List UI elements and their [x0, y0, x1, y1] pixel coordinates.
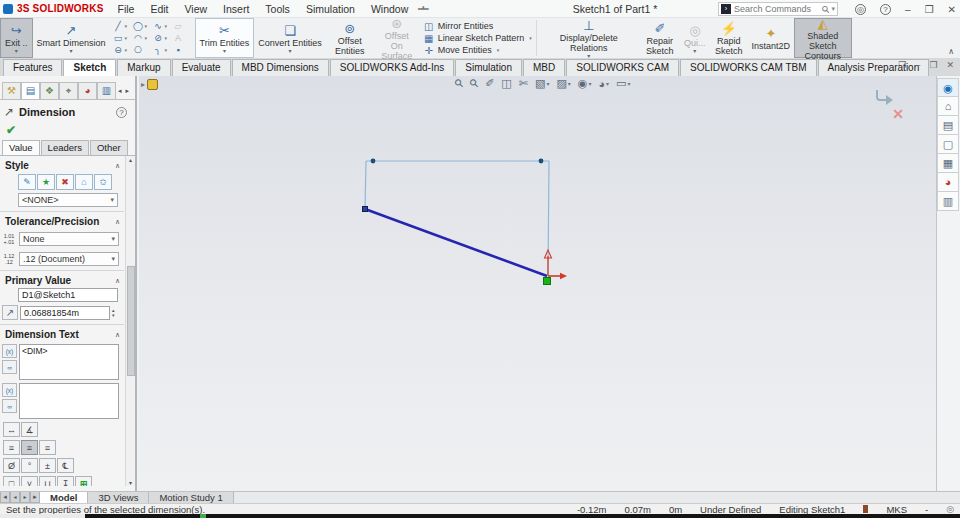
design-library-tab[interactable]: ▤	[937, 116, 959, 135]
tab-mbd[interactable]: MBD	[523, 59, 565, 76]
menu-window[interactable]: Window	[371, 3, 408, 15]
minimize-button[interactable]: –	[905, 4, 911, 15]
dual-link-text-button[interactable]: ∞	[2, 399, 17, 413]
dimension-text-area[interactable]: <DIM>	[19, 344, 119, 380]
ok-checkmark[interactable]: ✔	[0, 121, 135, 140]
move-entities-button[interactable]: ✛ Move Entities ▾	[423, 45, 532, 56]
countersink-symbol-button[interactable]: ˅	[21, 476, 38, 486]
login-icon[interactable]: ◎	[855, 4, 866, 15]
graphics-viewport[interactable]: ▸ ⚲ ⚲ ✐ ◫ ✄ ▧▾ ▨▾ ◉▾ ◕▾ ▭▾ ✕	[139, 76, 936, 491]
last-tab-button[interactable]: ►	[30, 492, 40, 503]
instant2d-button[interactable]: ✦ Instant2D	[748, 18, 794, 58]
degree-symbol-button[interactable]: °	[21, 458, 38, 473]
motion-study-tab[interactable]: Motion Study 1	[149, 492, 233, 503]
save-favorite-button[interactable]: ⌂	[75, 174, 93, 190]
tab-other[interactable]: Other	[90, 140, 128, 155]
spline-tool[interactable]: ∿▾	[153, 21, 172, 31]
dimension-token-button[interactable]: (x)	[2, 344, 17, 358]
angle-dimension-button[interactable]: ∡	[21, 422, 38, 437]
ellipse-tool[interactable]: ⊘▾	[153, 33, 172, 43]
justify-center-button[interactable]: ≡	[21, 440, 38, 455]
solidworks-resources-tab[interactable]: ⌂	[937, 97, 959, 116]
slot-tool[interactable]: ⊖▾	[113, 45, 132, 55]
menu-edit[interactable]: Edit	[150, 3, 168, 15]
dimxpert-manager-tab[interactable]: ⌖	[59, 82, 78, 99]
trim-entities-button[interactable]: ✂ Trim Entities ▾	[195, 18, 255, 58]
doc-close-icon[interactable]: ✕	[946, 60, 954, 70]
counterbore-symbol-button[interactable]: ⊔	[39, 476, 56, 486]
help-icon[interactable]: ?	[880, 4, 891, 15]
witness-line-button[interactable]: ↔	[3, 422, 20, 437]
doc-restore-icon[interactable]: ❐	[929, 60, 937, 70]
tab-value[interactable]: Value	[2, 140, 40, 155]
tab-scroll-left-icon[interactable]: ◂	[118, 87, 122, 95]
point-tool[interactable]: ▪	[173, 45, 192, 55]
delete-favorite-button[interactable]: ✖	[56, 174, 74, 190]
menu-insert[interactable]: Insert	[223, 3, 249, 15]
display-manager-tab[interactable]: ◕	[78, 82, 97, 99]
scroll-up-icon[interactable]: ▴	[129, 156, 132, 163]
search-commands-box[interactable]: › ⚲ ▾	[718, 2, 838, 16]
rectangle-tool[interactable]: ▭▾	[113, 33, 132, 43]
style-dropdown[interactable]: <NONE>▾	[18, 193, 118, 207]
next-tab-button[interactable]: ▸	[20, 492, 30, 503]
offset-entities-button[interactable]: ⊚ Offset Entities	[326, 18, 374, 58]
menu-view[interactable]: View	[185, 3, 208, 15]
more-symbols-button[interactable]: ⊞	[75, 476, 92, 486]
justify-right-button[interactable]: ≡	[39, 440, 56, 455]
status-globe-icon[interactable]: ◎	[946, 504, 954, 514]
propertymanager-tab[interactable]: ⚒	[2, 82, 21, 99]
view-palette-tab[interactable]: ▦	[937, 154, 959, 173]
centerline-symbol-button[interactable]: ℄	[57, 458, 74, 473]
repair-sketch-button[interactable]: ✐ Repair Sketch	[640, 18, 680, 58]
panel-scrollbar[interactable]: ▴ ▾	[125, 156, 135, 486]
mirror-entities-button[interactable]: ◫ Mirror Entities	[423, 21, 532, 32]
menu-file[interactable]: File	[118, 3, 135, 15]
model-tab[interactable]: Model	[40, 492, 88, 503]
tab-evaluate[interactable]: Evaluate	[172, 59, 231, 76]
tab-markup[interactable]: Markup	[117, 59, 170, 76]
plus-minus-symbol-button[interactable]: ±	[39, 458, 56, 473]
pin-menu-icon[interactable]: ┫	[418, 6, 428, 11]
diameter-symbol-button[interactable]: Ø	[3, 458, 20, 473]
appearances-tab[interactable]: ◕	[937, 173, 959, 192]
tab-solidworks-cam-tbm[interactable]: SOLIDWORKS CAM TBM	[680, 59, 817, 76]
tolerance-section-header[interactable]: Tolerance/Precision∧	[0, 212, 124, 229]
dimension-value-field[interactable]: 0.06881854m	[20, 306, 110, 320]
unit-precision-dropdown[interactable]: .12 (Document)▾	[19, 252, 119, 266]
dual-token-button[interactable]: (x)	[2, 383, 17, 397]
3dexperience-tab[interactable]: ◉	[937, 78, 959, 97]
style-section-header[interactable]: Style∧	[0, 156, 124, 173]
doc-minimize-icon[interactable]: –	[915, 60, 920, 70]
close-button[interactable]: ✕	[948, 4, 956, 15]
3d-views-tab[interactable]: 3D Views	[88, 492, 149, 503]
tab-mbd-dimensions[interactable]: MBD Dimensions	[232, 59, 329, 76]
display-delete-relations-button[interactable]: ⊥ Display/Delete Relations ▾	[538, 18, 640, 58]
shaded-sketch-contours-button[interactable]: ◭ Shaded Sketch Contours	[794, 18, 852, 58]
sketch-svg[interactable]	[139, 76, 936, 491]
tab-scroll-right-icon[interactable]: ▸	[126, 87, 130, 95]
arc-tool[interactable]: ◠▾	[133, 33, 152, 43]
apply-default-attributes-button[interactable]: ✎	[18, 174, 36, 190]
primary-value-section-header[interactable]: Primary Value∧	[0, 271, 124, 288]
featuremanager-tree-tab[interactable]: ▤	[21, 82, 40, 99]
polygon-tool[interactable]: ⎔	[133, 45, 152, 55]
dimension-text-section-header[interactable]: Dimension Text∧	[0, 325, 124, 342]
previous-tab-button[interactable]: ◂	[10, 492, 20, 503]
circle-tool[interactable]: ◯▾	[133, 21, 152, 31]
scroll-down-icon[interactable]: ▾	[129, 479, 132, 486]
justify-left-button[interactable]: ≡	[3, 440, 20, 455]
fillet-tool[interactable]: ╮▾	[153, 45, 172, 55]
exit-sketch-button[interactable]: ↪ Exit .. ▾	[0, 18, 33, 58]
dimension-name-field[interactable]: D1@Sketch1	[18, 288, 118, 302]
rapid-sketch-button[interactable]: ⚡ Rapid Sketch	[710, 18, 748, 58]
unit-system[interactable]: MKS	[886, 504, 907, 515]
convert-entities-button[interactable]: ❏ Convert Entities ▾	[254, 18, 326, 58]
load-favorite-button[interactable]: ✩	[94, 174, 112, 190]
tab-simulation[interactable]: Simulation	[455, 59, 522, 76]
menu-tools[interactable]: Tools	[265, 3, 290, 15]
custom-properties-tab[interactable]: ▥	[937, 192, 959, 211]
tab-sketch[interactable]: Sketch	[63, 59, 116, 76]
link-text-button[interactable]: ∞	[2, 360, 17, 374]
override-value-icon[interactable]: ↗	[2, 305, 18, 320]
